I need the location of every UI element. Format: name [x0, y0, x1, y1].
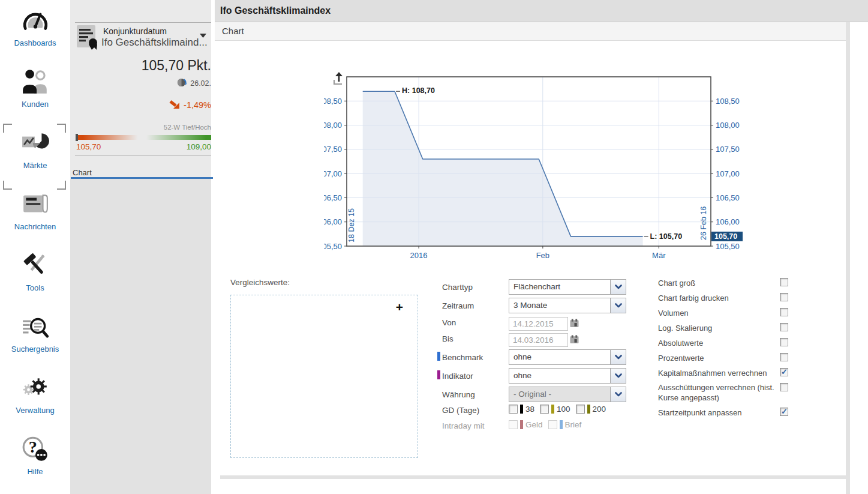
svg-text:18 Dez 15: 18 Dez 15: [347, 208, 356, 242]
selection-bracket: [57, 124, 66, 133]
chevron-down-icon[interactable]: [610, 350, 626, 364]
markets-icon: [21, 128, 50, 157]
calendar-icon[interactable]: [570, 319, 579, 328]
checkbox-gd-100[interactable]: [540, 405, 549, 414]
svg-text:107,00: 107,00: [324, 169, 342, 178]
sidebar-item-nachrichten[interactable]: Nachrichten: [0, 190, 70, 247]
section-header: Chart: [215, 22, 846, 41]
search-results-icon: [21, 312, 50, 341]
intraday-checkbox-group: GeldBrief: [509, 420, 587, 429]
sidebar-item-hilfe[interactable]: ?Hilfe: [0, 435, 70, 492]
checkbox-chart-gross[interactable]: [780, 278, 788, 286]
bis-date-input: [509, 333, 568, 347]
waehrung-select[interactable]: - Original -: [509, 387, 626, 402]
sidebar-item-label: Hilfe: [0, 467, 70, 476]
checkbox-brief: [548, 420, 557, 429]
gd-100-color-swatch: [551, 405, 554, 414]
checkbox-startzeitpunkt-anpassen[interactable]: [780, 408, 788, 416]
vertical-scrollbar[interactable]: [846, 22, 850, 494]
chevron-down-icon[interactable]: [610, 369, 626, 383]
chevron-down-icon[interactable]: [610, 280, 626, 294]
title-bar: Ifo Geschäftsklimaindex: [215, 0, 868, 22]
checkbox-label: 200: [593, 405, 606, 414]
benchmark-color-marker: [437, 352, 440, 361]
option-label: Kapitalmaßnahmen verrechnen: [658, 368, 767, 378]
quote-date-row: 26.02.: [76, 77, 211, 89]
bis-label: Bis: [442, 334, 453, 343]
option-label: Absolutwerte: [658, 338, 703, 348]
checkbox-absolutwerte[interactable]: [780, 338, 788, 346]
von-label: Von: [442, 318, 456, 327]
checkbox-ausschuettungen-verrechnen[interactable]: [780, 383, 788, 391]
charttyp-label: Charttyp: [442, 283, 473, 292]
svg-text:107,50: 107,50: [324, 145, 342, 154]
svg-text:108,00: 108,00: [324, 121, 342, 130]
indikator-select[interactable]: ohne: [509, 368, 626, 384]
panel-body: [70, 179, 211, 494]
chevron-down-icon[interactable]: [610, 298, 626, 313]
week52-range-bar: [76, 135, 211, 140]
page-title: Ifo Geschäftsklimaindex: [220, 5, 331, 16]
indikator-label: Indikator: [442, 372, 473, 381]
checkbox-log-skalierung[interactable]: [780, 323, 788, 331]
checkbox-kapitalmassnahmen-verrechnen[interactable]: [780, 368, 788, 376]
checkbox-label: 38: [525, 405, 534, 414]
tab-chart[interactable]: Chart: [73, 168, 92, 177]
chart-options: Chart großChart farbig druckenVolumenLog…: [658, 277, 797, 422]
svg-text:106,00: 106,00: [716, 217, 740, 226]
horizontal-scrollbar[interactable]: [220, 475, 846, 479]
range-values: 105,70 109,00: [76, 142, 211, 151]
add-compare-value-button[interactable]: +: [396, 301, 403, 313]
indikator-color-marker: [437, 370, 440, 379]
sidebar-item-verwaltung[interactable]: Verwaltung: [0, 373, 70, 431]
sidebar-nav: DashboardsKundenMärkteNachrichtenToolsSu…: [0, 0, 70, 494]
sidebar-item-suchergebnis[interactable]: Suchergebnis: [0, 312, 70, 370]
range-label: 52-W Tief/Hoch: [76, 124, 211, 131]
compare-values-dropzone[interactable]: +: [230, 295, 418, 458]
sidebar-item-label: Kunden: [0, 100, 70, 109]
instrument-panel: Konjunkturdatum Ifo Geschäftsklimaind...…: [70, 0, 211, 494]
waehrung-label: Währung: [442, 390, 475, 399]
gd-200-color-swatch: [587, 405, 590, 414]
sidebar-item-maerkte[interactable]: Märkte: [0, 128, 70, 186]
gd-checkbox-group: 38100200: [509, 405, 611, 414]
svg-text:105,50: 105,50: [716, 242, 740, 251]
chevron-down-icon[interactable]: [610, 387, 626, 402]
sidebar-item-dashboards[interactable]: Dashboards: [0, 6, 70, 64]
customers-icon: [21, 67, 50, 96]
option-label: Ausschüttungen verrechnen (hist. Kurse a…: [658, 382, 777, 403]
checkbox-volumen[interactable]: [780, 308, 788, 316]
option-row: Prozentwerte: [658, 352, 797, 363]
svg-text:2016: 2016: [410, 251, 428, 260]
option-row: Log. Skalierung: [658, 322, 797, 333]
charttyp-value: Flächenchart: [513, 280, 560, 294]
option-label: Chart farbig drucken: [658, 293, 729, 303]
checkbox-group-item: 100: [540, 405, 570, 414]
calendar-icon[interactable]: [570, 335, 579, 344]
sidebar-item-kunden[interactable]: Kunden: [0, 67, 70, 125]
svg-text:107,00: 107,00: [716, 169, 740, 178]
checkbox-gd-200[interactable]: [576, 405, 585, 414]
instrument-value: 105,70 Pkt.: [76, 58, 211, 74]
benchmark-label: Benchmark: [442, 353, 483, 362]
option-row: Chart groß: [658, 277, 797, 288]
checkbox-prozentwerte[interactable]: [780, 353, 788, 361]
option-label: Startzeitpunkt anpassen: [658, 408, 741, 418]
zeitraum-select[interactable]: 3 Monate: [509, 298, 626, 313]
sidebar-item-label: Dashboards: [0, 38, 70, 47]
benchmark-select[interactable]: ohne: [509, 349, 626, 365]
trend-down-icon: [169, 99, 180, 111]
checkbox-chart-farbig-drucken[interactable]: [780, 293, 788, 301]
geld-color-swatch: [520, 420, 523, 429]
checkbox-gd-38[interactable]: [509, 405, 518, 414]
tools-icon: [21, 251, 50, 280]
range-low-gradient: [76, 135, 141, 140]
charttyp-select[interactable]: Flächenchart: [509, 279, 626, 295]
svg-text:106,00: 106,00: [324, 217, 342, 226]
checkbox-group-item: Brief: [548, 420, 582, 429]
instrument-category-dropdown[interactable]: Konjunkturdatum: [103, 26, 167, 36]
sidebar-item-tools[interactable]: Tools: [0, 251, 70, 309]
gauge-icon: [21, 6, 50, 35]
section-title: Chart: [222, 26, 244, 36]
option-label: Prozentwerte: [658, 353, 704, 363]
